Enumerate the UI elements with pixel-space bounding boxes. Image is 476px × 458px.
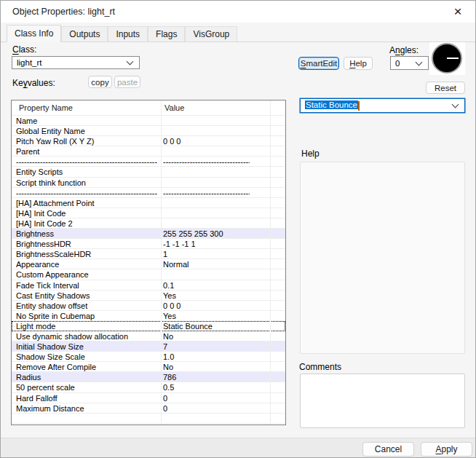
- smartedit-button[interactable]: SmartEdit: [298, 57, 339, 70]
- apply-button[interactable]: Apply: [421, 442, 472, 457]
- keyvalue-edit-combobox[interactable]: Static Bounce: [300, 98, 465, 113]
- property-value-cell: [161, 116, 270, 125]
- property-separator-row[interactable]: ----------------------------------------…: [12, 157, 285, 167]
- reset-button[interactable]: Reset: [426, 82, 465, 94]
- titlebar: Object Properties: light_rt ×: [1, 1, 475, 23]
- property-name-cell: Initial Shadow Size: [12, 341, 161, 351]
- property-value-cell: 1: [161, 249, 270, 258]
- property-row[interactable]: 50 percent scale0.5: [12, 382, 285, 392]
- keyvalues-label: Keyvalues:: [12, 78, 55, 88]
- property-row[interactable]: Shadow Size Scale1.0: [12, 352, 285, 362]
- angles-combobox[interactable]: 0: [390, 56, 429, 70]
- property-name-cell: Maximum Distance: [12, 403, 161, 413]
- property-value-cell: 7: [161, 341, 270, 351]
- property-name-cell: [12, 414, 161, 423]
- text-caret: [358, 101, 360, 111]
- property-row[interactable]: Remove After CompileNo: [12, 362, 285, 372]
- property-empty-row[interactable]: [12, 424, 285, 425]
- close-icon[interactable]: ×: [445, 3, 470, 20]
- property-row[interactable]: Pitch Yaw Roll (X Y Z)0 0 0: [12, 136, 285, 146]
- tab-strip: Class Info Outputs Inputs Flags VisGroup: [1, 25, 475, 42]
- property-name-cell: Light mode: [12, 321, 161, 331]
- tab-class-info[interactable]: Class Info: [7, 25, 61, 42]
- chevron-down-icon: [127, 58, 134, 66]
- property-table: Property Name Value NameGlobal Entity Na…: [11, 100, 286, 425]
- property-value-cell: Yes: [161, 311, 270, 320]
- property-row[interactable]: Custom Appearance: [12, 269, 285, 280]
- angles-combobox-value: 0: [391, 59, 416, 68]
- selected-text: Static Bounce: [305, 100, 358, 109]
- property-empty-row[interactable]: [12, 414, 285, 424]
- property-row[interactable]: [HA] Init Code: [12, 208, 285, 218]
- class-combobox-value: light_rt: [12, 58, 127, 67]
- property-separator-row[interactable]: ----------------------------------------…: [12, 188, 285, 198]
- property-row[interactable]: Light modeStatic Bounce: [12, 321, 285, 331]
- property-name-cell: ----------------------------------------…: [12, 188, 161, 197]
- column-header-property-name[interactable]: Property Name: [12, 103, 161, 112]
- property-name-cell: Appearance: [12, 259, 161, 269]
- property-row[interactable]: Use dynamic shadow allocationNo: [12, 331, 285, 341]
- property-value-cell: [161, 218, 270, 228]
- property-row[interactable]: [HA] Init Code 2: [12, 218, 285, 229]
- property-value-cell: 0 0 0: [161, 136, 270, 146]
- property-row[interactable]: Entity shadow offset0 0 0: [12, 301, 285, 311]
- class-combobox[interactable]: light_rt: [12, 56, 140, 69]
- property-row[interactable]: Script think function: [12, 178, 285, 188]
- property-row[interactable]: Initial Shadow Size7: [12, 341, 285, 352]
- property-row[interactable]: Brightness255 255 255 300: [12, 229, 285, 239]
- property-value-cell: No: [161, 331, 270, 341]
- property-row[interactable]: BrightnessHDR-1 -1 -1 1: [12, 239, 285, 249]
- property-value-cell: [161, 178, 270, 187]
- property-value-cell: [161, 198, 270, 208]
- property-value-cell: [161, 208, 270, 218]
- cancel-button[interactable]: Cancel: [362, 442, 414, 457]
- property-name-cell: Remove After Compile: [12, 362, 161, 371]
- window-title: Object Properties: light_rt: [12, 7, 115, 17]
- property-value-cell: 0: [161, 393, 270, 403]
- property-row[interactable]: Parent: [12, 146, 285, 157]
- property-name-cell: Global Entity Name: [12, 126, 161, 135]
- property-row[interactable]: No Sprite in CubemapYes: [12, 311, 285, 321]
- tab-visgroup[interactable]: VisGroup: [185, 26, 237, 42]
- column-header-value[interactable]: Value: [161, 103, 270, 112]
- property-row[interactable]: Radius786: [12, 372, 285, 382]
- comments-textarea[interactable]: [300, 374, 465, 428]
- property-value-cell: 0: [161, 403, 270, 413]
- property-value-cell: [161, 424, 270, 425]
- property-row[interactable]: Cast Entity ShadowsYes: [12, 291, 285, 301]
- property-name-cell: BrightnessScaleHDR: [12, 249, 161, 258]
- property-row[interactable]: AppearanceNormal: [12, 259, 285, 269]
- property-value-cell: [161, 126, 270, 135]
- property-row[interactable]: [HA] Attachment Point: [12, 198, 285, 208]
- tab-outputs[interactable]: Outputs: [61, 26, 108, 42]
- property-value-cell: ----------------------------------------…: [161, 157, 270, 166]
- property-row[interactable]: Name: [12, 116, 285, 126]
- property-table-body: NameGlobal Entity NamePitch Yaw Roll (X …: [12, 116, 285, 425]
- property-row[interactable]: Entity Scripts: [12, 167, 285, 177]
- property-name-cell: [12, 424, 161, 425]
- property-row[interactable]: Fade Tick Interval0.1: [12, 280, 285, 291]
- tab-inputs[interactable]: Inputs: [108, 26, 148, 42]
- help-section-label: Help: [301, 149, 320, 159]
- property-name-cell: [HA] Init Code 2: [12, 218, 161, 228]
- property-name-cell: Custom Appearance: [12, 269, 161, 279]
- property-value-cell: 786: [161, 372, 270, 382]
- property-name-cell: Parent: [12, 146, 161, 156]
- property-name-cell: Entity shadow offset: [12, 301, 161, 310]
- property-row[interactable]: Global Entity Name: [12, 126, 285, 136]
- object-properties-dialog: Object Properties: light_rt × Class Info…: [0, 0, 476, 458]
- angle-dial-pointer: [447, 58, 459, 59]
- paste-button[interactable]: paste: [114, 76, 140, 88]
- property-name-cell: Brightness: [12, 229, 161, 238]
- property-value-cell: 1.0: [161, 352, 270, 361]
- property-name-cell: Fade Tick Interval: [12, 280, 161, 290]
- tab-flags[interactable]: Flags: [148, 26, 185, 42]
- angle-dial[interactable]: [429, 42, 465, 75]
- property-row[interactable]: Hard Falloff0: [12, 393, 285, 403]
- property-name-cell: ----------------------------------------…: [12, 157, 161, 166]
- property-row[interactable]: Maximum Distance0: [12, 403, 285, 414]
- copy-button[interactable]: copy: [88, 76, 112, 88]
- help-button[interactable]: Help: [344, 57, 373, 70]
- property-row[interactable]: BrightnessScaleHDR1: [12, 249, 285, 259]
- keyvalue-edit-value: Static Bounce: [301, 100, 453, 110]
